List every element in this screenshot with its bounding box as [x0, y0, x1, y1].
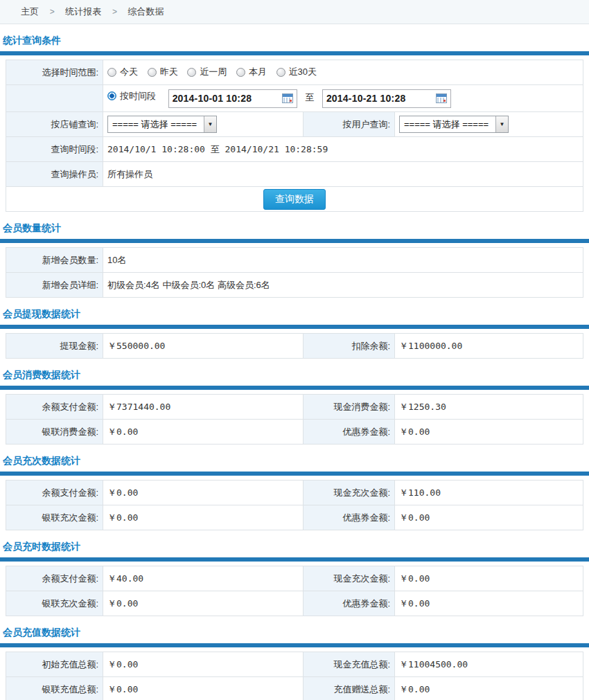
- section-title-consume: 会员消费数据统计: [3, 369, 589, 382]
- stat-value: ￥0.00: [103, 420, 304, 445]
- radio-yesterday[interactable]: 昨天: [148, 66, 178, 78]
- table-row: 余额支付金额: ￥40.00 现金充次金额: ￥0.00: [6, 566, 583, 591]
- breadcrumb-home[interactable]: 主页: [21, 6, 39, 17]
- member-count-table: 新增会员数量: 10名 新增会员详细: 初级会员:4名 中级会员:0名 高级会员…: [6, 247, 583, 298]
- date-to-value: 2014-10-21 10:28: [326, 93, 406, 104]
- stat-value: ￥0.00: [395, 420, 583, 445]
- section-title-member-count: 会员数量统计: [3, 222, 589, 235]
- stat-value: ￥1100000.00: [395, 334, 583, 359]
- table-row: 银联充值总额: ￥0.00 充值赠送总额: ￥0.00: [6, 677, 583, 700]
- radio-last-week[interactable]: 近一周: [187, 66, 227, 78]
- radio-by-period-label: 按时间段: [120, 90, 156, 102]
- stat-value: ￥0.00: [103, 677, 304, 700]
- stat-label: 优惠券金额:: [304, 591, 395, 616]
- stat-label: 余额支付金额:: [6, 481, 103, 505]
- stat-value: ￥40.00: [103, 566, 304, 591]
- query-period-value: 2014/10/1 10:28:00 至 2014/10/21 10:28:59: [103, 137, 583, 162]
- stat-value: ￥550000.00: [103, 334, 304, 359]
- breadcrumb-separator: >: [112, 7, 117, 17]
- breadcrumb-report[interactable]: 统计报表: [65, 6, 101, 17]
- stat-value: ￥7371440.00: [103, 395, 304, 420]
- radio-last-30-days[interactable]: 近30天: [276, 66, 317, 78]
- stat-label: 银联充值总额:: [6, 677, 103, 700]
- stat-value: ￥0.00: [103, 505, 304, 530]
- section-divider-bar: [0, 386, 589, 390]
- section-divider-bar: [0, 472, 589, 476]
- radio-today[interactable]: 今天: [107, 66, 138, 78]
- stat-label: 优惠券金额:: [304, 420, 395, 445]
- stat-label: 提现金额:: [6, 334, 103, 359]
- radio-this-month[interactable]: 本月: [236, 66, 267, 78]
- chevron-down-icon: ▼: [495, 116, 508, 132]
- query-data-button[interactable]: 查询数据: [263, 189, 326, 210]
- recharge-time-table: 余额支付金额: ￥40.00 现金充次金额: ￥0.00 银联充次金额: ￥0.…: [6, 566, 583, 616]
- calendar-icon[interactable]: [436, 93, 447, 103]
- radio-this-month-label: 本月: [249, 66, 267, 78]
- query-form-table: 选择时间范围: 今天 昨天 近一周 本月 近30天 按时间段 2014-10-0…: [6, 60, 583, 212]
- section-title-withdraw: 会员提现数据统计: [3, 308, 589, 321]
- stat-value: ￥0.00: [103, 591, 304, 616]
- new-members-detail-label: 新增会员详细:: [6, 273, 103, 298]
- operator-row: 查询操作员: 所有操作员: [6, 162, 583, 187]
- section-divider-bar: [0, 239, 589, 243]
- date-from-value: 2014-10-01 10:28: [173, 93, 252, 104]
- radio-icon: [236, 68, 245, 77]
- breadcrumb-separator: >: [50, 7, 55, 17]
- stat-value: ￥0.00: [395, 505, 583, 530]
- operator-value: 所有操作员: [103, 162, 583, 187]
- user-query-label: 按用户查询:: [304, 112, 395, 137]
- shop-select[interactable]: ===== 请选择 ===== ▼: [107, 116, 217, 133]
- page: 主页 > 统计报表 > 综合数据 统计查询条件 选择时间范围: 今天 昨天 近一…: [0, 0, 589, 700]
- table-row: 银联充次金额: ￥0.00 优惠券金额: ￥0.00: [6, 505, 583, 530]
- query-period-row: 查询时间段: 2014/10/1 10:28:00 至 2014/10/21 1…: [6, 137, 583, 162]
- new-members-detail-value: 初级会员:4名 中级会员:0名 高级会员:6名: [103, 273, 583, 298]
- breadcrumb-current: 综合数据: [128, 6, 164, 17]
- stat-label: 初始充值总额:: [6, 652, 103, 677]
- calendar-icon[interactable]: [282, 93, 293, 103]
- stat-value: ￥1250.30: [395, 395, 583, 420]
- date-from-input[interactable]: 2014-10-01 10:28: [168, 89, 297, 108]
- table-row: 提现金额: ￥550000.00 扣除余额: ￥1100000.00: [6, 334, 583, 359]
- shop-select-cell: ===== 请选择 ===== ▼: [103, 112, 304, 137]
- table-row: 新增会员详细: 初级会员:4名 中级会员:0名 高级会员:6名: [6, 273, 583, 298]
- radio-last-30-days-label: 近30天: [289, 66, 317, 78]
- section-title-recharge-times: 会员充次数据统计: [3, 455, 589, 467]
- date-to-input[interactable]: 2014-10-21 10:28: [322, 89, 451, 108]
- radio-icon: [107, 68, 116, 77]
- section-divider-bar: [0, 51, 589, 55]
- radio-by-period[interactable]: 按时间段: [107, 90, 156, 102]
- table-row: 银联充次金额: ￥0.00 优惠券金额: ￥0.00: [6, 591, 583, 616]
- section-title-query-conditions: 统计查询条件: [3, 35, 589, 47]
- shop-query-label: 按店铺查询:: [6, 112, 103, 137]
- user-select-cell: ===== 请选择 ===== ▼: [395, 112, 583, 137]
- stat-value: ￥0.00: [103, 652, 304, 677]
- breadcrumb: 主页 > 统计报表 > 综合数据: [0, 0, 589, 24]
- stat-value: ￥0.00: [103, 481, 304, 505]
- time-range-label: 选择时间范围:: [6, 60, 103, 85]
- consume-table: 余额支付金额: ￥7371440.00 现金消费金额: ￥1250.30 银联消…: [6, 394, 583, 445]
- table-row: 余额支付金额: ￥0.00 现金充次金额: ￥110.00: [6, 481, 583, 505]
- stat-value: ￥0.00: [395, 591, 583, 616]
- stat-label: 充值赠送总额:: [304, 677, 395, 700]
- stat-label: 现金充次金额:: [304, 481, 395, 505]
- table-row: 银联消费金额: ￥0.00 优惠券金额: ￥0.00: [6, 420, 583, 445]
- period-controls: 按时间段 2014-10-01 10:28 至 2014-10-21 10:28: [103, 85, 583, 112]
- submit-row: 查询数据: [6, 187, 583, 212]
- stat-label: 余额支付金额:: [6, 395, 103, 420]
- table-row: 新增会员数量: 10名: [6, 248, 583, 273]
- section-title-recharge-value: 会员充值数据统计: [3, 627, 589, 639]
- radio-today-label: 今天: [120, 66, 138, 78]
- section-title-recharge-time: 会员充时数据统计: [3, 541, 589, 553]
- recharge-times-table: 余额支付金额: ￥0.00 现金充次金额: ￥110.00 银联充次金额: ￥0…: [6, 480, 583, 530]
- period-row: 按时间段 2014-10-01 10:28 至 2014-10-21 10:28: [6, 85, 583, 112]
- shop-select-value: ===== 请选择 =====: [108, 116, 204, 132]
- stat-label: 银联充次金额:: [6, 505, 103, 530]
- user-select[interactable]: ===== 请选择 ===== ▼: [399, 116, 509, 133]
- select-row: 按店铺查询: ===== 请选择 ===== ▼ 按用户查询: ===== 请选…: [6, 112, 583, 137]
- submit-cell: 查询数据: [6, 187, 583, 212]
- radio-icon: [187, 68, 196, 77]
- stat-value: ￥11004500.00: [395, 652, 583, 677]
- stat-label: 银联充次金额:: [6, 591, 103, 616]
- table-row: 余额支付金额: ￥7371440.00 现金消费金额: ￥1250.30: [6, 395, 583, 420]
- radio-last-week-label: 近一周: [200, 66, 227, 78]
